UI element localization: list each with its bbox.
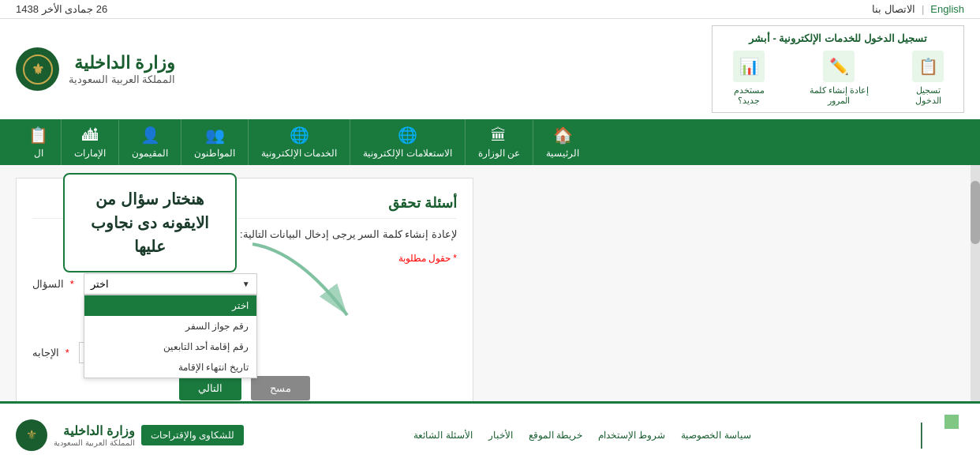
nav-item-home[interactable]: 🏠 الرئيسية bbox=[533, 119, 592, 165]
english-link[interactable]: English bbox=[930, 3, 964, 15]
date-ar: 26 جمادى الأخر 1438 bbox=[16, 3, 107, 15]
footer-right: للشكاوى والإقتراحات وزارة الداخلية الممل… bbox=[16, 419, 244, 451]
header: تسجيل الدخول للخدمات الإلكترونية - أبشر … bbox=[0, 19, 980, 119]
n-logo-icon: N bbox=[921, 413, 964, 457]
footer-logo-text: وزارة الداخلية المملكة العربية السعودية bbox=[54, 423, 135, 447]
footer-logo-title: وزارة الداخلية bbox=[54, 423, 135, 438]
login-icon-reset[interactable]: ✏️ إعادة إنشاء كلمة المرور bbox=[799, 51, 881, 106]
footer-links: سياسة الخصوصية شروط الإستخدام خريطة المو… bbox=[413, 430, 750, 441]
reset-icon: ✏️ bbox=[823, 51, 855, 82]
top-bar: English | الاتصال بنا 26 جمادى الأخر 143… bbox=[0, 0, 980, 19]
dropdown-option-default[interactable]: اختر bbox=[84, 295, 256, 316]
nav-item-residents[interactable]: 👤 المقيمون bbox=[119, 119, 181, 165]
footer-logo-subtitle: المملكة العربية السعودية bbox=[54, 438, 135, 447]
tooltip-text: هنختار سؤال من الايقونه دى نجاوب عليها bbox=[91, 190, 209, 255]
residents-icon: 👤 bbox=[140, 126, 160, 145]
logo-text: وزارة الداخلية المملكة العربية السعودية bbox=[69, 53, 175, 85]
login-box-title: تسجيل الدخول للخدمات الإلكترونية - أبشر bbox=[722, 32, 954, 44]
nav-bar: 🏠 الرئيسية 🏛 عن الوزارة 🌐 الاستعلامات ال… bbox=[0, 119, 980, 165]
question-dropdown-container: ▼ اختر اختر رقم جواز السفر رقم إقامة أحد… bbox=[84, 273, 257, 295]
inquiries-icon: 🌐 bbox=[398, 126, 417, 145]
nav-item-citizens[interactable]: 👥 المواطنون bbox=[181, 119, 249, 165]
contact-label: الاتصال بنا bbox=[872, 3, 915, 15]
logo-subtitle: المملكة العربية السعودية bbox=[69, 73, 175, 85]
separator: | bbox=[922, 3, 924, 15]
dropdown-option-passport[interactable]: رقم جواز السفر bbox=[84, 316, 256, 336]
top-bar-left: English | الاتصال بنا bbox=[872, 3, 964, 15]
complaint-button[interactable]: للشكاوى والإقتراحات bbox=[141, 425, 244, 445]
login-icons: 📋 تسجيل الدخول ✏️ إعادة إنشاء كلمة المرو… bbox=[722, 51, 954, 106]
nav-item-inquiries[interactable]: 🌐 الاستعلامات الإلكترونية bbox=[350, 119, 465, 165]
nav-item-eservices[interactable]: 🌐 الخدمات الإلكترونية bbox=[249, 119, 350, 165]
scrollbar[interactable] bbox=[971, 165, 980, 430]
about-icon: 🏛 bbox=[491, 126, 507, 145]
login-icon-new-user[interactable]: 📊 مستخدم جديد؟ bbox=[722, 51, 776, 106]
footer-link-sitemap[interactable]: خريطة الموقع bbox=[529, 430, 582, 441]
dropdown-option-expiry[interactable]: تاريخ انتهاء الإقامة bbox=[84, 357, 256, 378]
scrollbar-thumb bbox=[971, 181, 980, 244]
footer-n-logo: N bbox=[921, 413, 964, 457]
nav-item-about[interactable]: 🏛 عن الوزارة bbox=[466, 120, 533, 165]
logo-title: وزارة الداخلية bbox=[69, 53, 175, 73]
svg-text:N: N bbox=[921, 415, 925, 457]
eservices-icon: 🌐 bbox=[290, 126, 309, 145]
main-content: هنختار سؤال من الايقونه دى نجاوب عليها أ… bbox=[0, 165, 980, 430]
footer: N سياسة الخصوصية شروط الإستخدام خريطة ال… bbox=[0, 401, 980, 466]
nav-item-emirates[interactable]: 🏙 الإمارات bbox=[62, 120, 119, 165]
dropdown-option-dependent[interactable]: رقم إقامة أحد التابعين bbox=[84, 336, 256, 357]
answer-label: * الإجابه bbox=[32, 342, 69, 359]
footer-emblem: ⚜ bbox=[16, 419, 47, 451]
nav-item-other[interactable]: 📋 ال bbox=[16, 119, 62, 165]
question-label: * السؤال bbox=[32, 273, 74, 290]
logo-emblem: ⚜ bbox=[16, 47, 59, 91]
svg-text:⚜: ⚜ bbox=[32, 62, 44, 77]
form-buttons: مسح التالي bbox=[32, 376, 457, 400]
signin-icon: 📋 bbox=[912, 51, 944, 82]
login-icon-signin[interactable]: 📋 تسجيل الدخول bbox=[902, 51, 954, 106]
dropdown-current-value: اختر bbox=[91, 278, 109, 290]
logo-area: وزارة الداخلية المملكة العربية السعودية … bbox=[16, 47, 175, 91]
footer-link-news[interactable]: الأخبار bbox=[488, 430, 513, 441]
footer-link-terms[interactable]: شروط الإستخدام bbox=[598, 430, 665, 441]
top-bar-right: 26 جمادى الأخر 1438 bbox=[16, 3, 107, 15]
reset-button[interactable]: مسح bbox=[251, 376, 310, 400]
footer-link-privacy[interactable]: سياسة الخصوصية bbox=[681, 430, 750, 441]
new-user-icon: 📊 bbox=[733, 51, 765, 82]
other-icon: 📋 bbox=[28, 126, 48, 145]
citizens-icon: 👥 bbox=[205, 126, 225, 145]
footer-link-faq[interactable]: الأسئلة الشائعة bbox=[413, 430, 472, 441]
dropdown-list: اختر رقم جواز السفر رقم إقامة أحد التابع… bbox=[84, 295, 257, 378]
question-dropdown-select[interactable]: ▼ اختر bbox=[84, 273, 257, 295]
login-box: تسجيل الدخول للخدمات الإلكترونية - أبشر … bbox=[712, 25, 964, 113]
emirates-icon: 🏙 bbox=[82, 126, 98, 145]
tooltip-box: هنختار سؤال من الايقونه دى نجاوب عليها bbox=[63, 173, 237, 272]
svg-rect-5 bbox=[944, 415, 959, 429]
next-button[interactable]: التالي bbox=[179, 376, 241, 400]
home-icon: 🏠 bbox=[553, 126, 573, 145]
